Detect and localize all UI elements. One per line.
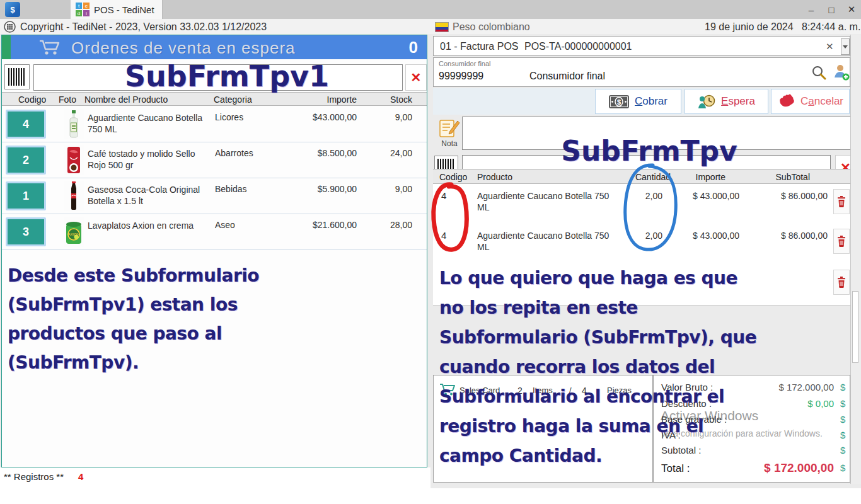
- items-count: 2: [517, 386, 523, 396]
- sale-row[interactable]: 4 Aguardiente Caucano Botella 750 ML 2,0…: [433, 184, 850, 224]
- trash-icon: [837, 277, 846, 288]
- orders-title: Ordenes de venta en espera: [71, 38, 296, 58]
- product-row[interactable]: 4 Aguardiente Caucano Botella 750 ML Lic…: [2, 106, 427, 142]
- total-line-value: $ 172.000,00: [748, 382, 834, 392]
- sale-qty: 2,00: [621, 230, 662, 241]
- window-tab[interactable]: t e d i POS - TediNet: [71, 0, 163, 19]
- invoice-type: 01 - Factura POS: [440, 41, 519, 52]
- minimize-button[interactable]: –: [802, 1, 821, 18]
- records-box: [74, 470, 150, 483]
- orders-header: Ordenes de venta en espera 0: [2, 35, 427, 59]
- currency-symbol: $: [840, 382, 845, 392]
- barcode-button[interactable]: [4, 64, 30, 89]
- sales-summary-box: Sales Card 2 Items / 4 Piezas: [433, 375, 653, 483]
- orders-panel: Ordenes de venta en espera 0 ✕ Codigo Fo…: [1, 35, 427, 467]
- col-codigo: Codigo: [18, 94, 46, 105]
- header-green-strip: [2, 35, 11, 59]
- invoice-number: POS-TA-000000000001: [524, 41, 632, 52]
- product-row[interactable]: 1 Gaseosa Coca-Cola Original Botella x 1…: [2, 178, 427, 214]
- invoice-close-button[interactable]: ✕: [826, 41, 834, 52]
- note-input[interactable]: [462, 117, 859, 150]
- col-categoria: Categoria: [214, 94, 252, 105]
- customer-caption: Consumidor final: [439, 60, 491, 67]
- sale-row[interactable]: 4 Aguardiente Caucano Botella 750 ML 2,0…: [433, 224, 850, 264]
- pos-window: $ t e d i POS - TediNet – □ ✕ Copyright …: [0, 0, 861, 504]
- product-code-button[interactable]: 3: [6, 217, 46, 246]
- customer-name: Consumidor final: [529, 71, 605, 82]
- current-date: 19 de junio de 2024: [705, 21, 794, 33]
- col-importe: Importe: [684, 172, 725, 182]
- col-subtotal: SubTotal: [763, 172, 810, 182]
- copyright-text: Copyright - TediNet - 2023, Version 33.0…: [20, 21, 267, 33]
- product-row[interactable]: 3 AXION Lavaplatos Axion en crema Aseo $…: [2, 214, 427, 250]
- scrollbar-thumb[interactable]: [852, 291, 858, 363]
- clear-scan-button[interactable]: ✕: [405, 64, 427, 91]
- cobrar-button[interactable]: $ Cobrar: [595, 89, 681, 114]
- col-cantidad: Cantidad: [630, 172, 671, 182]
- nota-icon[interactable]: [439, 117, 460, 139]
- currency-name: Peso colombiano: [453, 21, 530, 33]
- barcode-icon: [8, 68, 26, 86]
- taskbar-app-icon[interactable]: $: [5, 2, 20, 17]
- close-button[interactable]: ✕: [842, 1, 861, 18]
- svg-text:d: d: [78, 11, 80, 16]
- actions-bar: $ Cobrar Espera Cancelar: [433, 88, 850, 115]
- total-line-label: Descuento :: [661, 398, 712, 409]
- axion-tub-photo: AXION: [64, 217, 84, 247]
- product-scan-input[interactable]: [33, 64, 403, 91]
- sales-cart-icon: [439, 383, 456, 396]
- delete-row-button[interactable]: [833, 270, 850, 295]
- product-code-button[interactable]: 2: [6, 146, 46, 175]
- total-line-label: Base gravable :: [661, 414, 727, 425]
- coke-bottle-photo: [64, 181, 84, 211]
- product-stock: 28,00: [367, 220, 412, 230]
- product-category: Bebidas: [215, 184, 247, 194]
- search-customer-icon[interactable]: [811, 65, 827, 81]
- sale-code: 4: [441, 230, 446, 241]
- product-name: Aguardiente Caucano Botella 750 ML: [88, 112, 211, 135]
- col-producto: Producto: [477, 172, 512, 182]
- invoice-dropdown[interactable]: [841, 38, 850, 55]
- svg-text:i: i: [86, 11, 87, 16]
- add-customer-icon[interactable]: [833, 64, 850, 81]
- total-line-value: $ 0,00: [748, 398, 834, 409]
- customer-id: 99999999: [439, 71, 483, 82]
- sale-price: $ 43.000,00: [678, 190, 739, 202]
- sale-product-name: Aguardiente Caucano Botella 750 ML: [477, 230, 622, 253]
- product-category: Abarrotes: [215, 148, 253, 158]
- product-name: Café tostado y molido Sello Rojo 500 gr: [88, 148, 211, 171]
- product-row[interactable]: 2 Café tostado y molido Sello Rojo 500 g…: [2, 142, 427, 178]
- product-price: $43.000,00: [286, 112, 357, 122]
- product-price: $21.600,00: [286, 220, 357, 230]
- maximize-button[interactable]: □: [822, 1, 841, 18]
- scrollbar-track[interactable]: [850, 35, 861, 484]
- product-stock: 9,00: [367, 112, 412, 122]
- coffee-bag-photo: [64, 145, 84, 175]
- product-price: $8.500,00: [286, 148, 357, 158]
- product-name: Gaseosa Coca-Cola Original Botella x 1.5…: [88, 184, 211, 207]
- product-code-button[interactable]: 4: [6, 110, 46, 139]
- aguardiente-bottle-photo: [64, 109, 84, 139]
- wait-clock-icon: [698, 94, 715, 110]
- sale-table-header: Codigo Producto Cantidad Importe SubTota…: [433, 169, 850, 184]
- copyright-menu-icon: [4, 21, 16, 33]
- svg-text:AXION: AXION: [68, 232, 80, 236]
- product-code-button[interactable]: 1: [6, 181, 46, 210]
- col-stock: Stock: [367, 94, 412, 105]
- product-category: Licores: [215, 112, 243, 122]
- cancelar-button[interactable]: Cancelar: [771, 89, 850, 114]
- delete-row-button[interactable]: [833, 189, 850, 214]
- product-price: $5.900,00: [286, 184, 357, 194]
- col-nombre: Nombre del Producto: [84, 94, 168, 105]
- sale-subtotal: $ 86.000,00: [753, 230, 828, 241]
- cart-icon: [38, 39, 61, 56]
- currency-symbol: $: [840, 462, 845, 473]
- pieces-label: Piezas: [607, 386, 632, 395]
- delete-row-button[interactable]: [833, 229, 850, 254]
- trash-icon: [837, 236, 846, 247]
- espera-button[interactable]: Espera: [685, 89, 768, 114]
- window-title: POS - TediNet: [94, 4, 154, 15]
- nota-label: Nota: [437, 139, 461, 148]
- sale-subtotal: $ 86.000,00: [753, 190, 828, 202]
- sales-card-label: Sales Card: [459, 386, 500, 395]
